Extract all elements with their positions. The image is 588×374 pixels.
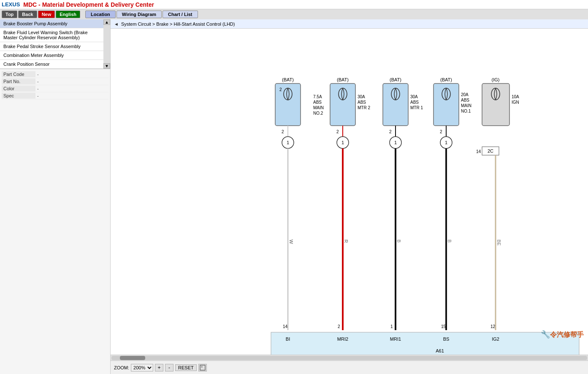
new-button[interactable]: New <box>38 11 55 18</box>
bottom-bar: ZOOM: 200% 100% 150% 50% + - RESET <box>111 361 588 374</box>
svg-text:BS: BS <box>443 336 450 342</box>
svg-text:B: B <box>447 239 452 242</box>
svg-text:20A: 20A <box>461 92 469 97</box>
svg-text:30A: 30A <box>358 94 365 99</box>
svg-text:B: B <box>396 239 401 242</box>
svg-text:IG2: IG2 <box>492 336 499 342</box>
svg-text:1: 1 <box>341 140 344 145</box>
zoom-icon[interactable] <box>198 364 207 371</box>
sidebar-item-2[interactable]: Brake Pedal Stroke Sensor Assembly <box>0 42 103 51</box>
prop-part-code: Part Code - <box>2 71 108 78</box>
app-title: MDC - Material Development & Delivery Ce… <box>23 1 154 8</box>
sidebar-item-0[interactable]: Brake Booster Pump Assembly <box>0 19 103 28</box>
prop-color: Color - <box>2 85 108 92</box>
svg-text:BI: BI <box>286 336 290 342</box>
top-button[interactable]: Top <box>2 11 17 18</box>
scroll-down-btn[interactable]: ▼ <box>103 63 110 69</box>
svg-text:7.5A: 7.5A <box>313 94 322 99</box>
svg-text:W: W <box>289 239 294 244</box>
svg-rect-0 <box>275 83 301 126</box>
svg-rect-15 <box>330 83 355 126</box>
svg-text:1: 1 <box>394 140 397 145</box>
svg-text:2: 2 <box>282 129 284 134</box>
part-code-value: - <box>35 71 41 77</box>
svg-text:2: 2 <box>338 324 340 329</box>
svg-text:MTR 2: MTR 2 <box>358 105 370 110</box>
svg-rect-82 <box>201 366 203 368</box>
color-label: Color <box>2 86 35 91</box>
svg-text:(BAT): (BAT) <box>282 77 294 82</box>
svg-text:10A: 10A <box>512 94 519 99</box>
svg-text:(IG): (IG) <box>492 77 500 82</box>
zoom-reset-button[interactable]: RESET <box>175 364 197 371</box>
zoom-select[interactable]: 200% 100% 150% 50% <box>131 364 153 371</box>
sidebar-scroll: ▲ ▼ <box>103 19 110 69</box>
spec-label: Spec <box>2 93 35 99</box>
nav-bar: Top Back New English Location Wiring Dia… <box>0 9 588 19</box>
svg-text:14: 14 <box>476 149 481 154</box>
svg-text:1: 1 <box>445 140 447 145</box>
zoom-in-button[interactable]: + <box>155 364 163 371</box>
svg-text:Skid Control ECU with Actuator: Skid Control ECU with Actuator Assembly <box>397 354 483 355</box>
scroll-up-btn[interactable]: ▲ <box>103 19 110 25</box>
svg-text:1: 1 <box>390 324 393 329</box>
svg-text:(BAT): (BAT) <box>337 77 349 82</box>
svg-text:ABS: ABS <box>313 100 322 105</box>
breadcrumb-text: System Circuit > Brake > Hill-Start Assi… <box>121 22 235 27</box>
content-area: ◄ System Circuit > Brake > Hill-Start As… <box>111 19 588 374</box>
svg-text:1: 1 <box>287 140 289 145</box>
properties-panel: Part Code - Part No. - Color - Spec - <box>0 69 110 101</box>
prop-part-no: Part No. - <box>2 78 108 85</box>
breadcrumb: ◄ System Circuit > Brake > Hill-Start As… <box>111 19 588 29</box>
svg-text:MTR 1: MTR 1 <box>410 105 423 110</box>
zoom-out-button[interactable]: - <box>165 364 173 371</box>
svg-text:MRI1: MRI1 <box>390 336 401 342</box>
sidebar-list: Brake Booster Pump Assembly Brake Fluid … <box>0 19 103 69</box>
back-button[interactable]: Back <box>18 11 37 18</box>
breadcrumb-back-arrow[interactable]: ◄ <box>114 22 119 27</box>
svg-text:ABS: ABS <box>461 98 469 102</box>
svg-text:ABS: ABS <box>358 100 366 105</box>
svg-text:2C: 2C <box>488 148 493 153</box>
sidebar-item-3[interactable]: Combination Meter Assembly <box>0 51 103 60</box>
svg-text:2: 2 <box>279 87 282 92</box>
sidebar-item-1[interactable]: Brake Fluid Level Warning Switch (Brake … <box>0 28 103 42</box>
svg-text:MAIN: MAIN <box>313 105 324 110</box>
part-no-label: Part No. <box>2 78 35 84</box>
svg-text:30A: 30A <box>410 94 418 99</box>
svg-text:MRI2: MRI2 <box>337 336 348 342</box>
svg-text:(BAT): (BAT) <box>440 77 452 82</box>
svg-text:NO.1: NO.1 <box>461 109 471 113</box>
main-layout: Brake Booster Pump Assembly Brake Fluid … <box>0 19 588 374</box>
chart-list-tab[interactable]: Chart / List <box>163 11 198 18</box>
svg-text:BE: BE <box>496 239 501 246</box>
svg-text:2: 2 <box>336 129 339 134</box>
english-button[interactable]: English <box>56 11 80 18</box>
svg-text:ABS: ABS <box>410 100 419 105</box>
wiring-diagram-tab[interactable]: Wiring Diagram <box>117 11 162 18</box>
svg-text:R: R <box>344 239 349 243</box>
app-logo: LEXUS <box>2 1 20 8</box>
wiring-diagram-svg: (BAT) 7.5A ABS MAIN NO.2 2 2 1 <box>111 29 588 355</box>
part-code-label: Part Code <box>2 71 35 77</box>
svg-text:14: 14 <box>283 324 288 329</box>
scroll-thumb[interactable] <box>120 356 145 360</box>
svg-text:A61: A61 <box>436 348 444 353</box>
diagram-area[interactable]: (BAT) 7.5A ABS MAIN NO.2 2 2 1 <box>111 29 588 355</box>
svg-text:IGN: IGN <box>512 100 519 105</box>
svg-text:2: 2 <box>440 129 442 134</box>
top-bar: LEXUS MDC - Material Development & Deliv… <box>0 0 588 9</box>
svg-text:2: 2 <box>389 129 392 134</box>
zoom-label: ZOOM: <box>114 365 129 370</box>
location-tab[interactable]: Location <box>85 11 116 18</box>
color-value: - <box>35 86 41 91</box>
prop-spec: Spec - <box>2 92 108 100</box>
svg-rect-66 <box>271 332 579 355</box>
svg-text:15: 15 <box>441 324 446 329</box>
svg-text:(BAT): (BAT) <box>390 77 401 82</box>
svg-rect-41 <box>434 83 459 126</box>
svg-rect-55 <box>482 83 509 126</box>
horizontal-scrollbar[interactable] <box>111 355 588 361</box>
svg-rect-28 <box>383 83 408 126</box>
sidebar-item-4[interactable]: Crank Position Sensor <box>0 60 103 69</box>
